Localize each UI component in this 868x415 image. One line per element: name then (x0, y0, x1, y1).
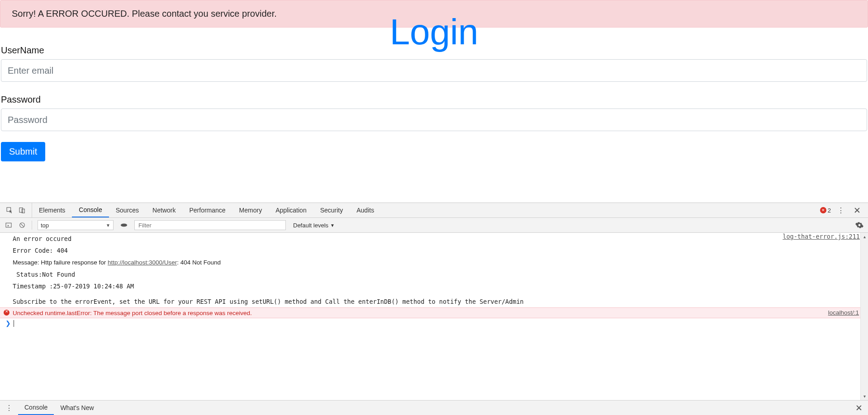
svg-rect-1 (19, 208, 23, 212)
svg-point-5 (123, 224, 125, 226)
console-error-line: localhost/:1 Unchecked runtime.lastError… (0, 307, 868, 318)
console-log-block: log-that-error.js:211 An error occured E… (0, 233, 868, 307)
console-line: Status:Not Found (0, 269, 868, 280)
console-line: Message: Http failure response for http:… (0, 256, 868, 269)
console-line (0, 292, 868, 296)
password-label: Password (1, 94, 867, 105)
devtools-tabbar: Elements Console Sources Network Perform… (0, 203, 868, 218)
prompt-cursor (14, 320, 14, 327)
chevron-down-icon: ▼ (106, 223, 110, 228)
devtools-menu-icon[interactable]: ⋮ (835, 206, 846, 215)
console-line: Error Code: 404 (0, 245, 868, 256)
console-source-link[interactable]: localhost/:1 (828, 309, 859, 316)
drawer-menu-icon[interactable]: ⋮ (0, 404, 18, 412)
console-scrollbar[interactable]: ▴ ▾ (860, 233, 868, 400)
password-input[interactable] (1, 108, 867, 131)
live-expression-icon[interactable] (119, 222, 129, 229)
console-sidebar-toggle-icon[interactable] (5, 221, 13, 229)
drawer-tab-whatsnew[interactable]: What's New (54, 401, 100, 415)
error-dot-icon (820, 207, 826, 213)
console-text: Message: Http failure response for (13, 259, 108, 266)
console-source-link[interactable]: log-that-error.js:211 (783, 233, 868, 240)
tab-elements[interactable]: Elements (32, 203, 72, 217)
scroll-up-icon[interactable]: ▴ (861, 233, 868, 241)
username-input[interactable] (1, 59, 867, 82)
devtools-close-icon[interactable]: ✕ (851, 205, 863, 216)
device-toggle-icon[interactable] (18, 206, 26, 214)
tab-audits[interactable]: Audits (350, 203, 381, 217)
tab-performance[interactable]: Performance (182, 203, 232, 217)
tab-network[interactable]: Network (146, 203, 182, 217)
drawer-close-icon[interactable]: ✕ (850, 403, 868, 413)
clear-console-icon[interactable] (18, 221, 26, 229)
devtools-panel: Elements Console Sources Network Perform… (0, 203, 868, 415)
console-line: Timestamp :25-07-2019 10:24:48 AM (0, 280, 868, 292)
chevron-down-icon: ▼ (330, 223, 335, 228)
console-output: log-that-error.js:211 An error occured E… (0, 233, 868, 400)
console-line: An error occured (0, 233, 868, 245)
console-toolbar: top ▼ Default levels ▼ (0, 218, 868, 233)
error-icon (4, 310, 9, 316)
devtools-drawer: ⋮ Console What's New ✕ (0, 400, 868, 415)
page-viewport: Sorry! A ERROR OCCURED. Please contact y… (0, 0, 868, 203)
tab-sources[interactable]: Sources (109, 203, 146, 217)
svg-rect-3 (6, 223, 11, 227)
error-count-badge[interactable]: 2 (820, 207, 831, 214)
console-prompt[interactable]: ❯ (0, 318, 868, 328)
console-settings-icon[interactable] (855, 221, 863, 229)
login-form: UserName Password Submit (0, 45, 868, 161)
scroll-down-icon[interactable]: ▾ (861, 392, 868, 400)
submit-button[interactable]: Submit (1, 142, 45, 161)
console-line: Subscribe to the errorEvent, set the URL… (0, 296, 868, 307)
console-url-link[interactable]: http://localhost:3000/User (108, 259, 177, 266)
drawer-tab-console[interactable]: Console (18, 401, 54, 415)
log-levels-select[interactable]: Default levels ▼ (293, 222, 335, 229)
tab-application[interactable]: Application (269, 203, 313, 217)
console-text: : 404 Not Found (177, 259, 221, 266)
error-count: 2 (828, 207, 831, 214)
execution-context-value: top (41, 222, 49, 229)
username-label: UserName (1, 45, 867, 56)
tab-memory[interactable]: Memory (232, 203, 269, 217)
tab-console[interactable]: Console (72, 203, 109, 217)
toolbar-divider (32, 221, 32, 230)
inspect-icon[interactable] (5, 206, 14, 214)
console-filter-input[interactable] (134, 220, 286, 230)
prompt-chevron-icon: ❯ (5, 320, 11, 327)
console-error-text: Unchecked runtime.lastError: The message… (13, 310, 252, 316)
tab-security[interactable]: Security (313, 203, 350, 217)
log-levels-label: Default levels (293, 222, 328, 229)
execution-context-select[interactable]: top ▼ (38, 220, 114, 230)
